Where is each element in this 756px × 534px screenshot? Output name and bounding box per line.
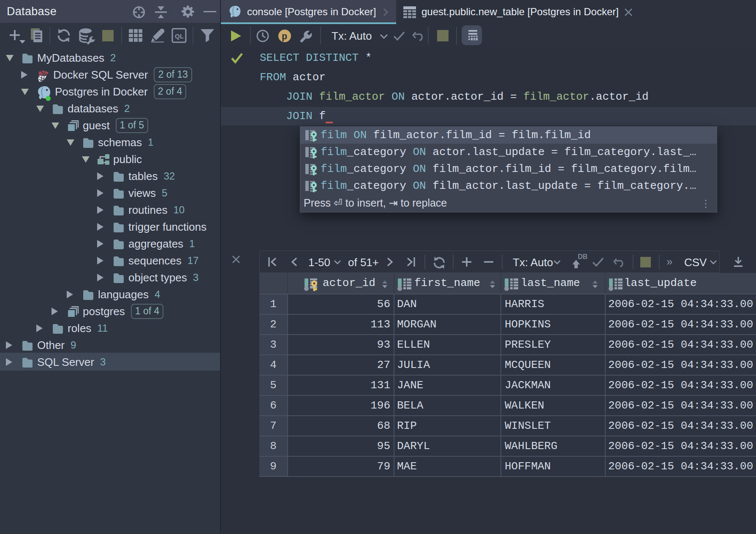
svg-text:p: p [282,32,287,42]
svg-text:QL: QL [175,33,184,40]
